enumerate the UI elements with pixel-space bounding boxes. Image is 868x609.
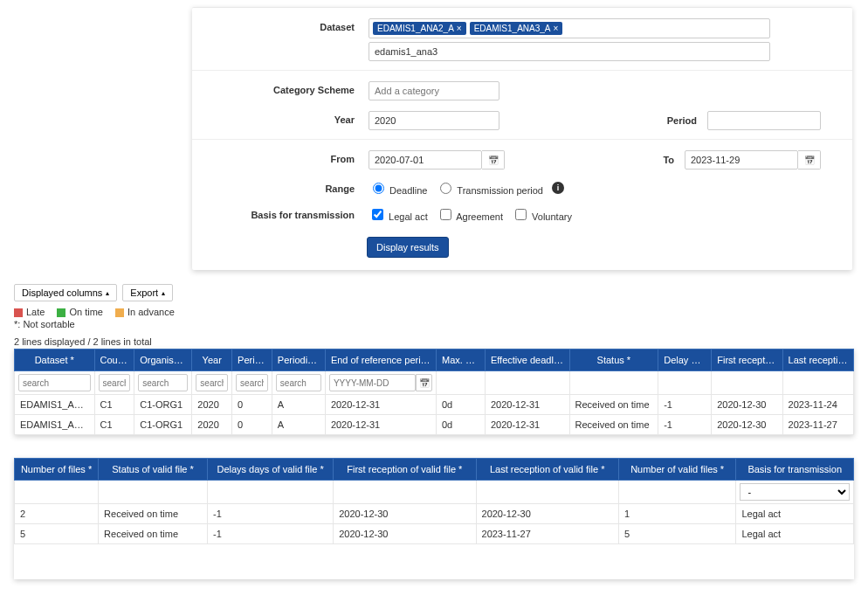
filter-periodicity[interactable] [276,374,321,391]
filter-dataset[interactable] [18,374,91,391]
submit-row: Display results [192,228,852,270]
filter-org[interactable] [138,374,188,391]
filter-basis-select[interactable]: - [740,483,850,501]
filter-period[interactable] [236,374,268,391]
displayed-columns-button[interactable]: Displayed columns▴ [14,284,117,301]
dataset-tag[interactable]: EDAMIS1_ANA3_A× [470,22,563,35]
col-header[interactable]: Basis for transmission [736,459,854,481]
to-input[interactable] [685,150,798,170]
period-label: Period [667,115,697,126]
basis-row: Basis for transmission Legal act Agreeme… [192,201,852,228]
close-icon[interactable]: × [457,24,462,33]
col-header[interactable]: Dataset * [15,349,95,371]
results-table-wrap: Dataset * Country Organisation Year Peri… [14,349,854,435]
legend-late: Late [14,307,45,317]
export-button[interactable]: Export▴ [122,284,173,301]
category-label: Category Scheme [206,81,355,95]
toolbar: Displayed columns▴ Export▴ [14,280,854,305]
col-header[interactable]: Year [192,349,232,371]
results-table: Dataset * Country Organisation Year Peri… [14,349,854,435]
col-header[interactable]: Periodicity [272,349,325,371]
dataset-label: Dataset [206,18,355,32]
sortable-note: *: Not sortable [14,319,854,329]
from-to-row: From To [192,139,852,175]
details-panel: Number of files * Status of valid file *… [14,458,854,579]
legend-ontime: On time [57,307,103,317]
col-header[interactable]: First reception of valid file * [334,459,476,481]
caret-up-icon: ▴ [106,289,109,297]
filter-endref[interactable] [329,374,417,391]
legend: Late On time In advance [14,307,854,317]
details-table: Number of files * Status of valid file *… [14,458,854,544]
basis-check-agreement[interactable]: Agreement [437,206,503,223]
col-header[interactable]: End of reference period * [325,349,436,371]
info-icon[interactable]: i [552,182,564,194]
col-header[interactable]: Max. delay * [437,349,486,371]
to-date-group [685,150,821,170]
table-row[interactable]: 2Received on time-12020-12-302020-12-301… [15,504,854,524]
col-header[interactable]: Country [94,349,134,371]
col-header[interactable]: Delays days of valid file * [208,459,334,481]
from-date-group [369,150,505,170]
range-row: Range Deadline Transmission period i [192,175,852,201]
year-label: Year [206,111,355,125]
dataset-tag[interactable]: EDAMIS1_ANA2_A× [373,22,466,35]
range-radio-transmission[interactable]: Transmission period [436,180,543,196]
caret-up-icon: ▴ [162,289,165,297]
dataset-tagbox[interactable]: EDAMIS1_ANA2_A× EDAMIS1_ANA3_A× [369,18,770,38]
legend-advance: In advance [115,307,175,317]
range-label: Range [206,180,355,194]
display-results-button[interactable]: Display results [367,237,449,258]
filter-form-panel: Dataset EDAMIS1_ANA2_A× EDAMIS1_ANA3_A× … [192,7,852,270]
col-header[interactable]: Status * [569,349,658,371]
count-line: 2 lines displayed / 2 lines in total [14,336,854,347]
year-row: Year Period [192,106,852,135]
col-header[interactable]: Number of valid files * [618,459,736,481]
filter-country[interactable] [99,374,131,391]
col-header[interactable]: Delay days * [658,349,712,371]
category-row: Category Scheme [192,70,852,106]
calendar-icon[interactable] [416,374,432,391]
col-header[interactable]: Effective deadline * [485,349,569,371]
col-header[interactable]: Organisation [134,349,192,371]
year-input[interactable] [369,111,499,130]
from-label: From [206,150,355,164]
table-row[interactable]: 5Received on time-12020-12-302023-11-275… [15,524,854,544]
dataset-row: Dataset EDAMIS1_ANA2_A× EDAMIS1_ANA3_A× [192,13,852,66]
basis-check-voluntary[interactable]: Voluntary [512,206,572,223]
to-label: To [663,155,674,165]
calendar-icon[interactable] [482,150,505,170]
filter-year[interactable] [196,374,228,391]
range-radio-deadline[interactable]: Deadline [369,180,427,196]
basis-label: Basis for transmission [206,206,355,220]
category-input[interactable] [369,81,499,100]
table-row[interactable]: EDAMIS1_ANA3_AC1C1-ORG120200A2020-12-310… [15,415,854,435]
col-header[interactable]: First reception * [712,349,782,371]
col-header[interactable]: Period * [232,349,272,371]
basis-check-legal[interactable]: Legal act [369,206,428,223]
calendar-icon[interactable] [798,150,821,170]
col-header[interactable]: Last reception of valid file * [476,459,618,481]
col-header[interactable]: Number of files * [15,459,99,481]
close-icon[interactable]: × [554,24,559,33]
col-header[interactable]: Last reception * [782,349,853,371]
col-header[interactable]: Status of valid file * [99,459,208,481]
period-input[interactable] [707,111,821,130]
from-input[interactable] [369,150,482,170]
table-row[interactable]: EDAMIS1_ANA2_AC1C1-ORG120200A2020-12-310… [15,395,854,415]
dataset-input[interactable] [369,42,770,61]
